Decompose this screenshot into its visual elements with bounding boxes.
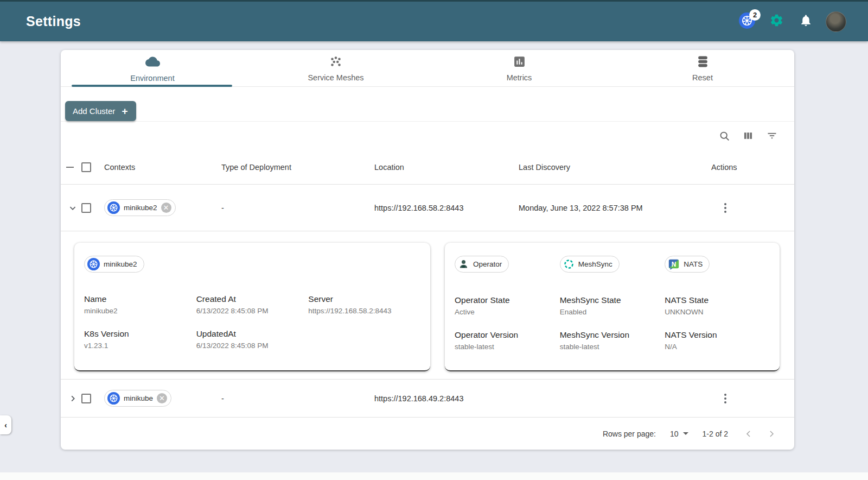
plus-icon: + (122, 106, 127, 116)
column-header-type-of-deployment[interactable]: Type of Deployment (221, 163, 374, 172)
context-chip-label: minikube (124, 394, 153, 402)
kubernetes-icon (107, 201, 120, 214)
field-name: Name minikube2 (84, 294, 196, 315)
service-fields: Operator State Active MeshSync State Ena… (455, 295, 770, 351)
context-chip-label: minikube2 (124, 204, 157, 212)
cluster-details-card: minikube2 Name minikube2 Created At 6/13… (74, 243, 430, 371)
field-operator-version: Operator Version stable-latest (455, 330, 560, 351)
meshsync-chip: MeshSync (560, 256, 620, 273)
notifications-button[interactable] (796, 12, 815, 31)
column-header-contexts[interactable]: Contexts (104, 163, 221, 172)
table-header-row: Contexts Type of Deployment Location Las… (61, 150, 794, 185)
bar-chart-icon (513, 55, 526, 71)
tab-environment[interactable]: Environment (61, 50, 244, 86)
rows-per-page-label: Rows per page: (603, 430, 656, 438)
cell-location: https://192.168.58.2:8443 (374, 204, 519, 212)
database-icon (696, 55, 710, 71)
field-k8s-version: K8s Version v1.23.1 (84, 329, 196, 350)
caret-down-icon (683, 432, 688, 435)
user-avatar[interactable] (826, 11, 846, 32)
field-nats-state: NATS State UNKNOWN (665, 295, 770, 316)
chevron-left-icon: ‹ (4, 421, 7, 430)
close-icon[interactable]: ✕ (157, 393, 167, 403)
operator-chip: Operator (455, 256, 509, 273)
table-pagination: Rows per page: 10 1-2 of 2 (61, 418, 794, 450)
field-updated-at: UpdatedAt 6/13/2022 8:45:08 PM (196, 329, 309, 350)
svg-text:N: N (672, 261, 676, 268)
appbar: Settings (0, 0, 868, 41)
tab-environment-label: Environment (130, 74, 174, 83)
add-cluster-label: Add Cluster (73, 106, 115, 116)
expanded-row-panel: minikube2 Name minikube2 Created At 6/13… (61, 231, 794, 380)
kubernetes-icon (107, 392, 120, 405)
view-columns-icon[interactable] (742, 130, 754, 142)
tab-reset[interactable]: Reset (611, 50, 794, 86)
field-nats-version: NATS Version N/A (665, 330, 770, 351)
nats-icon: N (668, 258, 680, 270)
row-checkbox[interactable] (81, 203, 91, 213)
bell-icon (799, 14, 813, 29)
table-row: minikube ✕ - https://192.168.49.2:8443 (61, 380, 794, 418)
row-actions-menu-icon[interactable] (719, 200, 732, 216)
context-chip[interactable]: minikube ✕ (104, 390, 171, 407)
tab-service-meshes-label: Service Meshes (308, 73, 363, 82)
chevron-down-icon[interactable] (66, 201, 79, 214)
select-all-checkbox[interactable] (81, 162, 91, 172)
appbar-actions: 2 (738, 11, 846, 32)
cluster-count-badge: 2 (749, 9, 761, 21)
mesh-icon (329, 54, 343, 71)
tab-metrics[interactable]: Metrics (427, 50, 611, 86)
cell-type-of-deployment: - (221, 394, 374, 403)
rows-per-page-select[interactable]: 10 (670, 430, 688, 438)
row-actions-menu-icon[interactable] (719, 390, 732, 407)
filter-icon[interactable] (766, 130, 778, 142)
tab-metrics-label: Metrics (507, 73, 532, 82)
row-checkbox[interactable] (81, 394, 91, 403)
field-meshsync-state: MeshSync State Enabled (560, 295, 665, 316)
tab-service-meshes[interactable]: Service Meshes (244, 50, 427, 86)
kubernetes-cluster-button[interactable]: 2 (738, 12, 756, 31)
collapse-all-icon[interactable] (66, 167, 74, 168)
page-title: Settings (26, 14, 81, 29)
field-created-at: Created At 6/13/2022 8:45:08 PM (196, 294, 309, 315)
nats-chip: N NATS (665, 256, 710, 273)
add-cluster-button[interactable]: Add Cluster + (65, 101, 136, 121)
cell-location: https://192.168.49.2:8443 (374, 394, 519, 403)
previous-page-icon[interactable] (742, 427, 755, 440)
cluster-chip-label: minikube2 (104, 260, 140, 268)
operator-icon (458, 258, 469, 270)
table-toolbar (61, 122, 794, 150)
kubernetes-icon (87, 258, 100, 270)
field-meshsync-version: MeshSync Version stable-latest (560, 330, 665, 351)
settings-gear-button[interactable] (767, 12, 786, 31)
field-operator-state: Operator State Active (455, 295, 560, 316)
search-icon[interactable] (718, 130, 730, 142)
table-row: minikube2 ✕ - https://192.168.58.2:8443 … (61, 185, 794, 231)
meshsync-icon (563, 258, 575, 270)
settings-tabs: Environment Service Meshes Metrics (61, 50, 794, 87)
column-header-location[interactable]: Location (374, 163, 519, 172)
tab-reset-label: Reset (692, 73, 713, 82)
bottom-strip (0, 472, 868, 480)
chevron-right-icon[interactable] (66, 392, 79, 405)
column-header-actions: Actions (711, 163, 794, 172)
gear-icon (769, 13, 784, 30)
service-chips: Operator MeshSync (455, 256, 770, 273)
cloud-icon (145, 54, 160, 71)
page-range-label: 1-2 of 2 (703, 430, 728, 438)
field-server: Server https://192.168.58.2:8443 (308, 294, 420, 315)
services-details-card: Operator MeshSync (445, 243, 780, 371)
close-icon[interactable]: ✕ (161, 203, 171, 213)
cell-last-discovery: Monday, June 13, 2022 8:57:38 PM (519, 204, 711, 212)
settings-card: Environment Service Meshes Metrics (61, 50, 794, 450)
context-chip[interactable]: minikube2 ✕ (104, 199, 176, 216)
cluster-chip: minikube2 (84, 256, 144, 273)
next-page-icon[interactable] (765, 427, 778, 440)
sidebar-collapse-handle[interactable]: ‹ (0, 415, 11, 434)
cell-type-of-deployment: - (221, 204, 374, 212)
cluster-fields: Name minikube2 Created At 6/13/2022 8:45… (84, 294, 420, 350)
column-header-last-discovery[interactable]: Last Discovery (519, 163, 711, 172)
add-cluster-row: Add Cluster + (61, 87, 794, 122)
